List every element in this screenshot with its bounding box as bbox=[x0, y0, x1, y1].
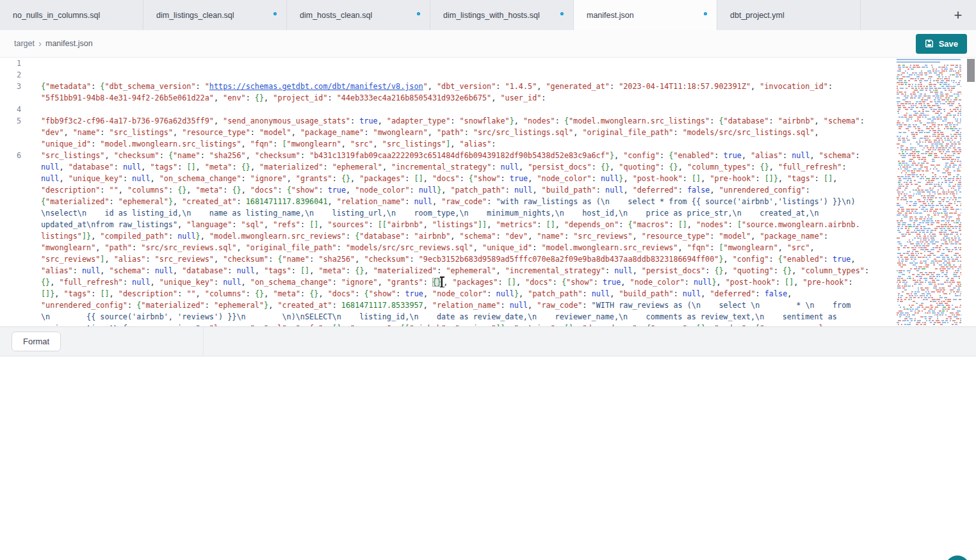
code-row: null, "database": null, "tags": [], "met… bbox=[0, 161, 893, 173]
line-number bbox=[0, 276, 29, 288]
line-number bbox=[0, 265, 29, 276]
line-number: 6 bbox=[0, 150, 29, 161]
tab-label: manifest.json bbox=[587, 11, 634, 20]
tab-manifest.json[interactable]: manifest.json bbox=[574, 0, 717, 30]
tab-dbt_project.yml[interactable]: dbt_project.yml bbox=[717, 0, 861, 30]
code-row: "5f51bb91-94b8-4e31-94f2-26b5e061d22a", … bbox=[0, 92, 893, 104]
text-cursor bbox=[441, 277, 443, 287]
line-number bbox=[0, 196, 29, 207]
tab-label: dim_listings_clean.sql bbox=[156, 11, 234, 20]
unsaved-dot-icon bbox=[560, 12, 564, 15]
code-row: {"materialized": "ephemeral"}, "created_… bbox=[0, 196, 893, 207]
code-row: \n {{ source('airbnb', 'reviews') }}\n \… bbox=[0, 311, 893, 323]
code-row: "description": "", "columns": {}, "meta"… bbox=[0, 184, 893, 196]
code-row: "unique_id": "model.mwonglearn.src_listi… bbox=[0, 138, 893, 150]
code-row: updated_at\nfrom raw_listings", "languag… bbox=[0, 219, 893, 230]
tab-dim_listings_clean.sql[interactable]: dim_listings_clean.sql bbox=[143, 0, 287, 30]
code-row: 5"fbb9f3c2-cf96-4a17-b736-976a62d35ff9",… bbox=[0, 115, 893, 127]
code-row: 2 bbox=[0, 69, 893, 81]
code-row: 4 bbox=[0, 104, 893, 115]
save-label: Save bbox=[939, 39, 958, 49]
line-number bbox=[0, 92, 29, 104]
code-row: 3{"metadata": {"dbt_schema_version": "ht… bbox=[0, 81, 893, 92]
line-number bbox=[0, 242, 29, 253]
line-number bbox=[0, 127, 29, 138]
tab-label: dbt_project.yml bbox=[730, 11, 785, 20]
unsaved-dot-icon bbox=[273, 12, 277, 15]
line-number bbox=[0, 173, 29, 184]
line-number: 5 bbox=[0, 115, 29, 127]
line-number bbox=[0, 219, 29, 230]
line-number bbox=[0, 184, 29, 196]
breadcrumb-item-target[interactable]: target bbox=[14, 39, 35, 48]
unsaved-dot-icon bbox=[704, 12, 707, 15]
line-number bbox=[0, 253, 29, 265]
code-row: 1 bbox=[0, 58, 893, 69]
line-number: 1 bbox=[0, 58, 29, 69]
breadcrumb: target › manifest.json bbox=[14, 39, 93, 49]
code-row: "unrendered_config": {"materialized": "e… bbox=[0, 300, 893, 311]
code-row: "mwonglearn", "path": "src/src_reviews.s… bbox=[0, 242, 893, 253]
scrollbar[interactable] bbox=[966, 58, 976, 326]
line-number bbox=[0, 138, 29, 150]
code-rows: 123{"metadata": {"dbt_schema_version": "… bbox=[0, 58, 976, 326]
line-number: 4 bbox=[0, 104, 29, 115]
code-row: 6"src_listings", "checksum": {"name": "s… bbox=[0, 150, 893, 161]
breadcrumb-bar: target › manifest.json Save bbox=[0, 30, 976, 58]
action-bar: Format bbox=[0, 326, 976, 356]
code-editor[interactable]: 123{"metadata": {"dbt_schema_version": "… bbox=[0, 58, 976, 326]
tab-label: dim_listings_with_hosts.sql bbox=[443, 11, 540, 20]
breadcrumb-item-file[interactable]: manifest.json bbox=[45, 39, 93, 48]
save-button[interactable]: Save bbox=[916, 34, 967, 54]
code-row: "dev", "name": "src_listings", "resource… bbox=[0, 127, 893, 138]
line-number bbox=[0, 207, 29, 219]
plus-icon: + bbox=[954, 7, 963, 23]
line-number bbox=[0, 300, 29, 311]
line-number bbox=[0, 311, 29, 323]
code-row: null, "unique_key": null, "on_schema_cha… bbox=[0, 173, 893, 184]
tab-dim_hosts_clean.sql[interactable]: dim_hosts_clean.sql bbox=[287, 0, 430, 30]
line-number: 3 bbox=[0, 81, 29, 92]
code-row: "src_reviews"], "alias": "src_reviews", … bbox=[0, 253, 893, 265]
ide-root: no_nulls_in_columns.sqldim_listings_clea… bbox=[0, 0, 976, 560]
results-pane bbox=[0, 356, 976, 560]
line-number bbox=[0, 230, 29, 242]
format-button[interactable]: Format bbox=[12, 332, 61, 351]
tab-bar: no_nulls_in_columns.sqldim_listings_clea… bbox=[0, 0, 976, 30]
line-number: 2 bbox=[0, 69, 29, 81]
tab-no_nulls_in_columns.sql[interactable]: no_nulls_in_columns.sql bbox=[0, 0, 143, 30]
scrollbar-thumb[interactable] bbox=[967, 59, 975, 82]
minimap[interactable] bbox=[895, 58, 964, 326]
code-row: listings"]}, "compiled_path": null}, "mo… bbox=[0, 230, 893, 242]
tab-label: no_nulls_in_columns.sql bbox=[13, 11, 100, 20]
unsaved-dot-icon bbox=[417, 12, 420, 15]
save-icon bbox=[925, 39, 934, 48]
tab-label: dim_hosts_clean.sql bbox=[300, 11, 372, 20]
line-number bbox=[0, 288, 29, 300]
tab-dim_listings_with_hosts.sql[interactable]: dim_listings_with_hosts.sql bbox=[430, 0, 574, 30]
add-tab-button[interactable]: + bbox=[945, 0, 971, 30]
pane-divider bbox=[203, 327, 204, 356]
code-row: {}, "full_refresh": null, "unique_key": … bbox=[0, 276, 893, 288]
line-number bbox=[0, 161, 29, 173]
code-row: []}, "tags": [], "description": "", "col… bbox=[0, 288, 893, 300]
chevron-right-icon: › bbox=[38, 38, 42, 48]
code-row: "alias": null, "schema": null, "database… bbox=[0, 265, 893, 276]
code-row: \nselect\n id as listing_id,\n name as l… bbox=[0, 207, 893, 219]
